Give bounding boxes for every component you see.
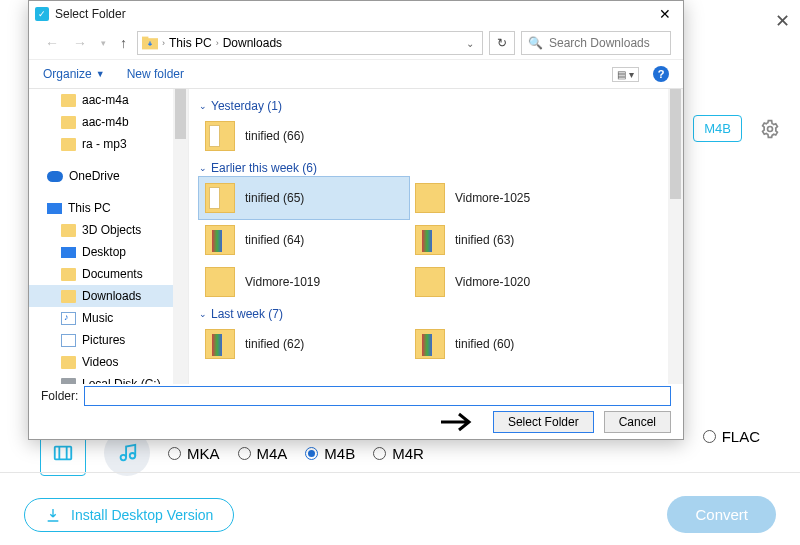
folder-item[interactable]: tinified (66) [199, 115, 409, 157]
dialog-navbar: ← → ▾ ↑ › This PC › Downloads ⌄ ↻ 🔍 Sear… [29, 27, 683, 59]
folder-item[interactable]: tinified (60) [409, 323, 619, 365]
tree-item[interactable]: This PC [29, 197, 188, 219]
chevron-down-icon: ⌄ [199, 101, 207, 111]
convert-button[interactable]: Convert [667, 496, 776, 533]
tree-item-label: 3D Objects [82, 223, 141, 237]
nav-back-icon[interactable]: ← [41, 33, 63, 53]
group-header[interactable]: ⌄ Earlier this week (6) [199, 161, 679, 175]
folder-icon [61, 356, 76, 369]
dialog-toolbar: Organize ▼ New folder ▤ ▾ ? [29, 59, 683, 89]
tree-item[interactable]: Music [29, 307, 188, 329]
crumb-current[interactable]: Downloads [223, 36, 282, 50]
folder-item[interactable]: tinified (64) [199, 219, 409, 261]
cancel-button[interactable]: Cancel [604, 411, 671, 433]
close-icon[interactable]: ✕ [653, 6, 677, 22]
tree-item-label: Downloads [82, 289, 141, 303]
folder-icon [61, 290, 76, 303]
folder-item-label: tinified (66) [245, 129, 304, 143]
tree-item[interactable]: Pictures [29, 329, 188, 351]
folder-label: Folder: [41, 389, 78, 403]
pointer-arrow-icon [439, 411, 479, 433]
tree-item[interactable]: aac-m4b [29, 111, 188, 133]
radio-m4a[interactable]: M4A [238, 445, 288, 462]
folder-item[interactable]: tinified (62) [199, 323, 409, 365]
folder-item-label: Vidmore-1020 [455, 275, 530, 289]
search-icon: 🔍 [528, 36, 543, 50]
search-input[interactable]: 🔍 Search Downloads [521, 31, 671, 55]
folder-icon [205, 267, 235, 297]
chevron-down-icon: ▼ [96, 69, 105, 79]
folder-item[interactable]: tinified (63) [409, 219, 619, 261]
folder-item-label: Vidmore-1019 [245, 275, 320, 289]
radio-mka[interactable]: MKA [168, 445, 220, 462]
folder-item[interactable]: tinified (65) [199, 177, 409, 219]
tree-scrollbar[interactable] [173, 89, 188, 384]
pc-icon [47, 203, 62, 214]
format-badge[interactable]: M4B [693, 115, 742, 142]
tree-item-label: aac-m4a [82, 93, 129, 107]
folder-icon [61, 138, 76, 151]
folder-item[interactable]: Vidmore-1020 [409, 261, 619, 303]
bg-close-icon[interactable]: ✕ [775, 10, 790, 32]
folder-icon [415, 267, 445, 297]
tree-item-label: This PC [68, 201, 111, 215]
help-icon[interactable]: ? [653, 66, 669, 82]
view-options-icon[interactable]: ▤ ▾ [612, 67, 639, 82]
crumb-root[interactable]: This PC [169, 36, 212, 50]
chevron-right-icon: › [216, 38, 219, 48]
folder-item-label: Vidmore-1025 [455, 191, 530, 205]
select-folder-button[interactable]: Select Folder [493, 411, 594, 433]
folder-icon [61, 268, 76, 281]
organize-menu[interactable]: Organize ▼ [43, 67, 105, 81]
radio-flac[interactable]: FLAC [703, 428, 760, 445]
folder-icon [205, 121, 235, 151]
folder-icon [205, 183, 235, 213]
folder-icon [205, 225, 235, 255]
folder-input[interactable] [84, 386, 671, 406]
dialog-titlebar: ✓ Select Folder ✕ [29, 1, 683, 27]
svg-point-0 [768, 126, 773, 131]
tree-item[interactable]: Desktop [29, 241, 188, 263]
tree-item[interactable]: ra - mp3 [29, 133, 188, 155]
radio-m4b[interactable]: M4B [305, 445, 355, 462]
folder-icon [61, 94, 76, 107]
folder-down-icon [142, 36, 158, 50]
folder-item-label: tinified (65) [245, 191, 304, 205]
breadcrumb[interactable]: › This PC › Downloads ⌄ [137, 31, 483, 55]
content-scrollbar[interactable] [668, 89, 683, 384]
cloud-icon [47, 171, 63, 182]
folder-input-row: Folder: [29, 383, 683, 409]
dialog-title: Select Folder [55, 7, 126, 21]
install-desktop-button[interactable]: Install Desktop Version [24, 498, 234, 532]
radio-m4r[interactable]: M4R [373, 445, 424, 462]
group-header[interactable]: ⌄ Yesterday (1) [199, 99, 679, 113]
tree-item[interactable]: 3D Objects [29, 219, 188, 241]
tree-item[interactable]: Documents [29, 263, 188, 285]
folder-icon [205, 329, 235, 359]
chevron-down-icon: ⌄ [199, 309, 207, 319]
tree-item[interactable]: OneDrive [29, 165, 188, 187]
gear-icon[interactable] [760, 119, 780, 139]
nav-up-icon[interactable]: ↑ [116, 33, 131, 53]
nav-forward-icon[interactable]: → [69, 33, 91, 53]
folder-item[interactable]: Vidmore-1025 [409, 177, 619, 219]
tree-item[interactable]: aac-m4a [29, 89, 188, 111]
pc-icon [61, 247, 76, 258]
folder-icon [415, 225, 445, 255]
folder-icon [61, 224, 76, 237]
tree-item-label: Videos [82, 355, 118, 369]
tree-item[interactable]: Downloads [29, 285, 188, 307]
nav-recent-icon[interactable]: ▾ [97, 36, 110, 50]
group-header[interactable]: ⌄ Last week (7) [199, 307, 679, 321]
refresh-icon[interactable]: ↻ [489, 31, 515, 55]
folder-item[interactable]: Vidmore-1019 [199, 261, 409, 303]
folder-content[interactable]: ⌄ Yesterday (1)tinified (66)⌄ Earlier th… [189, 89, 683, 384]
app-icon: ✓ [35, 7, 49, 21]
folder-item-label: tinified (60) [455, 337, 514, 351]
nav-tree[interactable]: aac-m4aaac-m4bra - mp3OneDriveThis PC3D … [29, 89, 189, 384]
new-folder-button[interactable]: New folder [127, 67, 184, 81]
crumb-dropdown-icon[interactable]: ⌄ [462, 38, 478, 49]
tree-item[interactable]: Videos [29, 351, 188, 373]
select-folder-dialog: ✓ Select Folder ✕ ← → ▾ ↑ › This PC › Do… [28, 0, 684, 440]
tree-item-label: ra - mp3 [82, 137, 127, 151]
